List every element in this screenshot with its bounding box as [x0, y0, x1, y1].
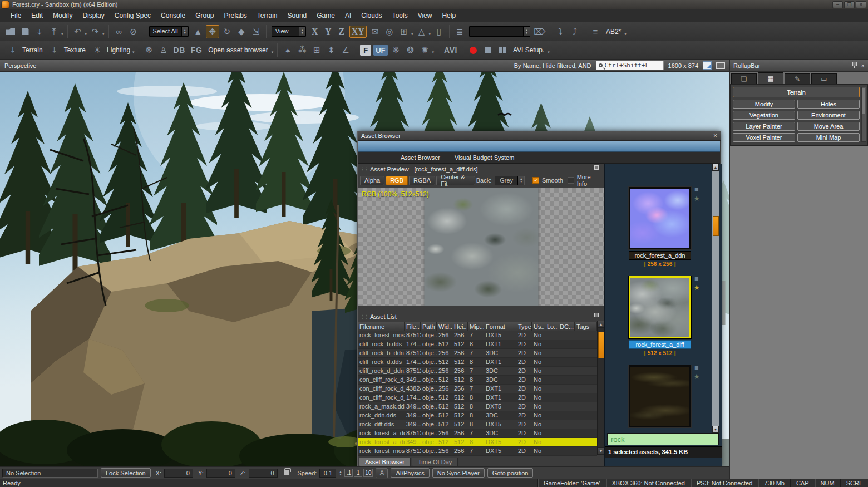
asset-thumbnail[interactable]: ◆★rock_forest_a_diff[ 512 x 512 ]: [629, 276, 691, 356]
goto-position-button[interactable]: Goto position: [487, 468, 534, 478]
chevron-down-icon[interactable]: ▾: [132, 50, 135, 55]
uf-button[interactable]: UF: [373, 45, 387, 56]
axis-x-button[interactable]: X: [309, 26, 320, 38]
open-asset-browser-button[interactable]: Open asset browser: [208, 46, 268, 54]
record-button[interactable]: [467, 43, 480, 57]
speed-preset-1[interactable]: .1: [344, 469, 353, 477]
select-tool-icon[interactable]: ▲: [191, 25, 205, 38]
select-area-icon[interactable]: ⇲: [249, 25, 263, 38]
pin-icon[interactable]: [594, 313, 599, 320]
database-view-button[interactable]: DB: [174, 46, 185, 55]
table-row[interactable]: rock_forest_moss...87512obje...2562567DX…: [358, 447, 597, 456]
more-info-checkbox[interactable]: [568, 177, 574, 184]
table-row[interactable]: con_cliff_rock_d_...174...obje...5125128…: [358, 393, 597, 402]
lock-axis-icon[interactable]: [284, 470, 289, 475]
column-header[interactable]: Type: [516, 322, 532, 331]
rotate-tool-icon[interactable]: ↻: [220, 25, 234, 38]
ai-physics-button[interactable]: AI/Physics: [391, 468, 429, 478]
viewport-search-input[interactable]: Ctrl+Shift+F: [596, 61, 664, 70]
column-header[interactable]: Wid...: [437, 322, 452, 331]
link-icon[interactable]: ∞: [112, 25, 126, 38]
chevron-down-icon[interactable]: ▾: [432, 50, 435, 55]
load-from-layer-icon[interactable]: ⤴: [568, 25, 581, 38]
y-coordinate-field[interactable]: 0: [206, 469, 235, 478]
tag-icon[interactable]: ◆: [693, 274, 701, 283]
table-row[interactable]: con_cliff_rock_d_...43824obje...2562567D…: [358, 385, 597, 393]
resolution-icon[interactable]: [703, 61, 712, 70]
menu-config-spec[interactable]: Config Spec: [110, 9, 156, 22]
menu-display[interactable]: Display: [77, 9, 109, 22]
menu-game[interactable]: Game: [312, 9, 340, 22]
thumbnail-name[interactable]: rock_forest_a_diff: [629, 340, 691, 349]
rollup-button-holes[interactable]: Holes: [797, 100, 860, 109]
rollup-display-tab[interactable]: ▭: [811, 73, 837, 84]
asset-table-header[interactable]: FilenameFile...PathWid...Hei...Mip...For…: [358, 322, 597, 331]
grid-time-icon[interactable]: ⊞: [310, 43, 323, 57]
table-row[interactable]: cliff_rock_d.dds174...obje...5125128DXT1…: [358, 358, 597, 367]
lighting-button[interactable]: ☀Lighting: [90, 43, 130, 57]
character-icon[interactable]: ♙: [157, 43, 170, 57]
physics-sim-icon-1[interactable]: ❋: [389, 43, 403, 57]
panel-grip[interactable]: ⋮⋮: [360, 166, 368, 172]
import-file-icon[interactable]: ⤒: [47, 25, 61, 38]
menu-tools[interactable]: Tools: [387, 9, 413, 22]
avi-label[interactable]: AVI: [444, 46, 457, 55]
table-row[interactable]: cliff_rock_b.dds174...obje...5125128DXT1…: [358, 340, 597, 349]
column-header[interactable]: Filename: [358, 322, 405, 331]
chevron-down-icon[interactable]: ▾: [272, 50, 274, 55]
spinner-icon[interactable]: ▲▼: [299, 27, 305, 36]
speed-preset-10[interactable]: 10: [363, 469, 373, 477]
table-row[interactable]: rock_a_mask.dds349...obje...5125128DXT52…: [358, 402, 597, 411]
asset-preview-area[interactable]: RGB (100%, 512x512): [358, 188, 604, 306]
generate-texture-button[interactable]: ⤓Texture: [47, 43, 86, 57]
scroll-down-icon[interactable]: ▼: [598, 447, 604, 455]
scroll-down-icon[interactable]: ▼: [712, 426, 719, 433]
speed-spinner[interactable]: ▲▼: [339, 470, 342, 476]
axis-y-button[interactable]: Y: [323, 26, 334, 38]
scale-tool-icon[interactable]: ◆: [235, 25, 248, 38]
menu-console[interactable]: Console: [156, 9, 190, 22]
chevron-down-icon[interactable]: ▾: [548, 50, 550, 55]
save-icon[interactable]: [18, 25, 32, 38]
physics-sim-icon-3[interactable]: ✺: [418, 43, 432, 57]
chevron-down-icon[interactable]: ▾: [411, 32, 413, 36]
move-tool-icon[interactable]: ✥: [206, 25, 219, 38]
menu-view[interactable]: View: [413, 9, 437, 22]
column-header[interactable]: DC...: [558, 322, 575, 331]
lock-selection-button[interactable]: Lock Selection: [101, 468, 151, 478]
background-color-select[interactable]: Grey ▲▼: [495, 176, 525, 185]
thumbnail-image[interactable]: [630, 189, 689, 248]
table-row[interactable]: cliff_rock_d_ddn...87512obje...25625673D…: [358, 367, 597, 376]
menu-edit[interactable]: Edit: [26, 9, 48, 22]
generate-terrain-button[interactable]: ⤓Terrain: [6, 43, 43, 57]
menu-help[interactable]: Help: [437, 9, 461, 22]
pause-button[interactable]: [496, 43, 509, 57]
close-button[interactable]: ×: [856, 1, 866, 8]
axis-xy-button[interactable]: XY: [349, 26, 367, 38]
preview-texture-image[interactable]: [424, 188, 538, 306]
rollup-objects-tab[interactable]: ❏: [731, 73, 757, 84]
asset-preview-header[interactable]: ⋮⋮ Asset Preview - [rock_forest_a_diff.d…: [358, 164, 604, 174]
ruler-icon[interactable]: ▯: [432, 25, 446, 38]
open-file-icon[interactable]: [4, 25, 17, 38]
channel-button-rgb[interactable]: RGB: [386, 176, 408, 185]
delete-selection-icon[interactable]: ⌦: [533, 25, 546, 38]
thumbnail-name[interactable]: rock_forest_a_ddn: [629, 251, 691, 260]
selection-name-input[interactable]: ▲▼: [469, 26, 530, 37]
export-file-icon[interactable]: ⤓: [33, 25, 46, 38]
chevron-down-icon[interactable]: ▾: [624, 32, 627, 36]
viewport-header[interactable]: Perspective By Name, Hide filtered, AND …: [0, 60, 729, 72]
vegetation-tool-icon[interactable]: ♠: [281, 43, 294, 57]
chevron-down-icon[interactable]: ▾: [102, 32, 105, 36]
panel-grip[interactable]: ⋮⋮: [360, 314, 368, 319]
asset-browser-titlebar[interactable]: Asset Browser ×: [358, 131, 721, 141]
rollupbar-scrollbar[interactable]: [861, 87, 866, 142]
bottom-tab-asset-browser[interactable]: Asset Browser: [359, 458, 411, 467]
spinner-icon[interactable]: ▲▼: [517, 176, 524, 185]
column-header[interactable]: Us...: [532, 322, 545, 331]
rollup-button-move-area[interactable]: Move Area: [797, 122, 860, 131]
tab-visual-budget-system[interactable]: Visual Budget System: [455, 154, 514, 161]
layers-icon[interactable]: ≡: [589, 25, 602, 38]
view-select[interactable]: View▲▼: [272, 26, 306, 37]
menu-prefabs[interactable]: Prefabs: [219, 9, 252, 22]
